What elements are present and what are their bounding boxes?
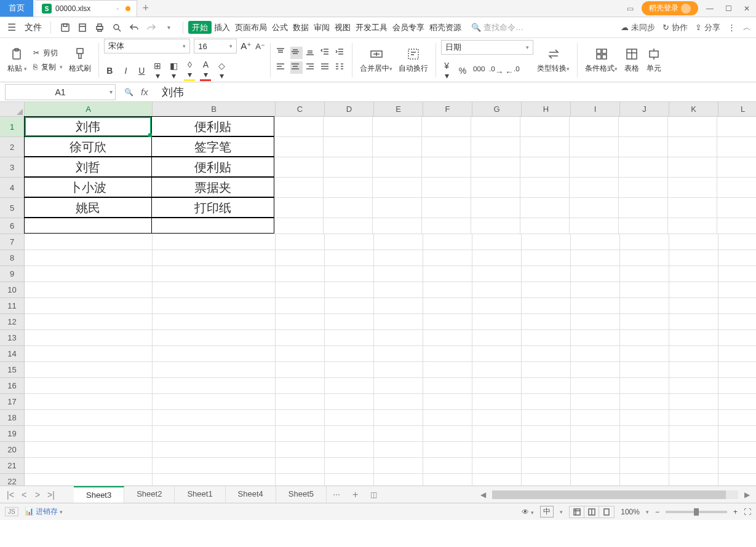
decrease-decimal-button[interactable]: ←.0 (505, 65, 516, 77)
cell[interactable] (718, 282, 756, 298)
cell[interactable] (325, 394, 374, 410)
cell[interactable] (571, 346, 620, 362)
cell[interactable] (276, 474, 325, 486)
cell[interactable] (718, 298, 756, 314)
cell[interactable] (374, 314, 423, 330)
cell[interactable] (472, 282, 522, 298)
cell[interactable] (471, 157, 520, 178)
cell[interactable] (472, 330, 522, 346)
cell[interactable] (522, 314, 571, 330)
col-header[interactable]: B (153, 102, 276, 117)
cell[interactable] (472, 298, 522, 314)
cell[interactable] (324, 157, 373, 178)
cell[interactable] (668, 137, 717, 157)
cell[interactable] (325, 330, 374, 346)
formula-input[interactable]: 刘伟 (157, 85, 756, 100)
cell[interactable]: 徐可欣 (24, 136, 152, 157)
row-header[interactable]: 16 (0, 378, 25, 394)
cell[interactable] (276, 330, 325, 346)
cell[interactable] (520, 157, 570, 178)
cell[interactable] (423, 426, 472, 442)
increase-decimal-button[interactable]: .0→ (489, 65, 500, 77)
cell[interactable] (471, 117, 520, 137)
cell[interactable] (472, 458, 522, 474)
collab-button[interactable]: ↻协作 (662, 22, 688, 33)
cell[interactable] (520, 137, 570, 157)
tab-menu-icon[interactable]: ▫ (116, 4, 119, 13)
cell[interactable] (522, 378, 571, 394)
cell[interactable] (718, 362, 756, 378)
cell[interactable] (472, 250, 522, 266)
sheet-tab[interactable]: Sheet3 (74, 486, 124, 503)
cell[interactable] (472, 394, 522, 410)
cell[interactable] (324, 198, 373, 218)
fill-pattern-button[interactable]: ◧▾ (168, 61, 179, 81)
cell[interactable] (325, 266, 374, 282)
cell[interactable] (423, 442, 472, 458)
spreadsheet-grid[interactable]: ABCDEFGHIJKL 123456789101112131415161718… (0, 102, 756, 486)
cell[interactable] (472, 266, 522, 282)
window-menu-icon[interactable]: ▭ (623, 3, 637, 14)
share-button[interactable]: ⇪分享 (695, 22, 720, 33)
cell[interactable] (471, 198, 520, 218)
ribbon-tab-5[interactable]: 审阅 (311, 23, 332, 32)
cell[interactable] (571, 410, 620, 426)
cell[interactable] (717, 178, 756, 198)
cell[interactable] (274, 137, 324, 157)
maximize-icon[interactable]: ☐ (722, 3, 735, 14)
cell[interactable] (423, 474, 472, 486)
cell[interactable] (471, 178, 520, 198)
justify-icon[interactable] (320, 61, 332, 74)
col-header[interactable]: J (620, 102, 669, 117)
cell[interactable] (274, 178, 324, 198)
cell[interactable] (522, 266, 571, 282)
cell[interactable] (423, 346, 472, 362)
zoom-in-button[interactable]: + (733, 508, 738, 516)
bold-button[interactable]: B (104, 66, 115, 76)
horizontal-scrollbar[interactable] (492, 490, 738, 499)
cell[interactable] (668, 117, 717, 137)
row-header[interactable]: 12 (0, 314, 25, 330)
cell[interactable] (669, 410, 718, 426)
increase-font-icon[interactable]: A⁺ (241, 41, 252, 52)
align-right-icon[interactable] (305, 61, 317, 74)
cell[interactable] (718, 250, 756, 266)
wrap-icon[interactable] (405, 46, 421, 62)
cell[interactable] (373, 117, 422, 137)
cell[interactable] (520, 178, 570, 198)
cell[interactable] (472, 410, 522, 426)
cell[interactable] (374, 234, 423, 250)
col-header[interactable]: K (669, 102, 718, 117)
hamburger-icon[interactable]: ☰ (5, 20, 18, 34)
add-tab-button[interactable]: + (137, 0, 154, 17)
cell[interactable] (153, 266, 276, 282)
cell[interactable] (718, 234, 756, 250)
cell[interactable] (520, 117, 570, 137)
orientation-icon[interactable] (335, 61, 347, 74)
ribbon-tab-7[interactable]: 开发工具 (353, 23, 390, 32)
cell[interactable] (620, 410, 669, 426)
cell[interactable] (620, 298, 669, 314)
cell[interactable] (717, 198, 756, 218)
js-icon[interactable]: JS (5, 507, 18, 516)
align-center-icon[interactable] (290, 61, 303, 74)
cell[interactable]: 签字笔 (151, 136, 274, 157)
cell[interactable] (718, 442, 756, 458)
ribbon-tab-9[interactable]: 稻壳资源 (427, 23, 464, 32)
close-icon[interactable]: ✕ (740, 3, 754, 14)
cell[interactable] (25, 346, 153, 362)
cell[interactable] (620, 314, 669, 330)
page-break-view-icon[interactable] (599, 506, 614, 517)
namebox-dropdown-icon[interactable]: ▾ (109, 89, 113, 95)
ribbon-tab-4[interactable]: 数据 (290, 23, 311, 32)
cell[interactable] (669, 394, 718, 410)
col-header[interactable]: G (472, 102, 522, 117)
cell[interactable] (571, 474, 620, 486)
ime-indicator[interactable]: 中 (540, 506, 554, 517)
cell[interactable] (472, 426, 522, 442)
zoom-out-button[interactable]: − (655, 508, 659, 516)
cell[interactable] (25, 330, 153, 346)
cell[interactable] (668, 157, 717, 178)
type-convert-label[interactable]: 类型转换▾ (537, 63, 570, 74)
hscroll-left-icon[interactable]: ◀ (474, 490, 492, 499)
